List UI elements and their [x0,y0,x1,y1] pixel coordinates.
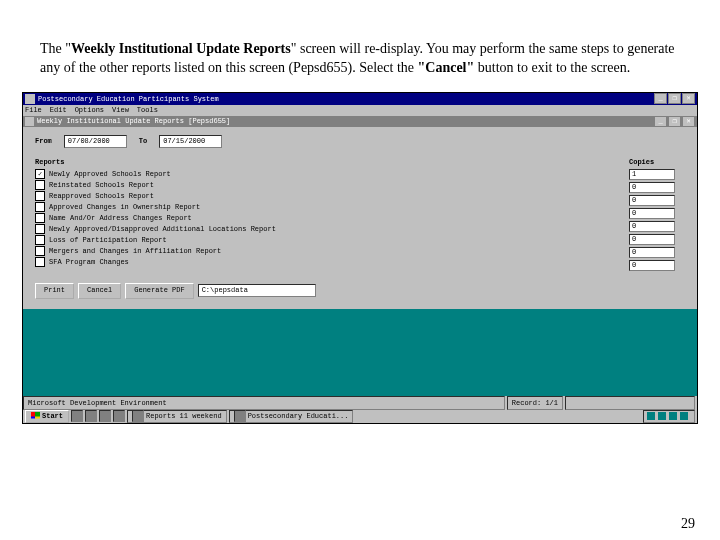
print-button[interactable]: Print [35,283,74,299]
report-row: Approved Changes in Ownership Report [35,202,621,213]
report-label: Newly Approved Schools Report [49,170,171,178]
mdi-child-window: Weekly Institutional Update Reports [Pep… [23,116,697,309]
copies-field[interactable]: 0 [629,260,675,271]
page-number: 29 [681,516,695,532]
taskbar-app-label: Postsecondary Educati... [248,411,349,422]
start-label: Start [42,412,63,420]
report-row: SFA Program Changes [35,257,621,268]
app-titlebar: Postsecondary Education Participants Sys… [23,93,697,105]
report-row: Reapproved Schools Report [35,191,621,202]
report-label: Approved Changes in Ownership Report [49,203,200,211]
from-date-field[interactable]: 07/08/2000 [64,135,127,148]
quicklaunch-icon[interactable] [99,410,111,422]
instruction-paragraph: The "Weekly Institutional Update Reports… [0,0,720,78]
report-label: Reapproved Schools Report [49,192,154,200]
app-task-icon [132,410,144,422]
app-icon [25,94,35,104]
taskbar-app[interactable]: Reports 11 weekend [127,410,227,423]
report-checkbox[interactable] [35,224,45,234]
windows-logo-icon [31,412,40,421]
menu-edit[interactable]: Edit [50,106,67,114]
status-empty [565,396,695,410]
embedded-screenshot: Postsecondary Education Participants Sys… [22,92,698,424]
report-row: Name And/Or Address Changes Report [35,213,621,224]
copies-field[interactable]: 0 [629,208,675,219]
tray-icon[interactable] [658,412,666,420]
to-date-field[interactable]: 07/15/2000 [159,135,222,148]
status-bar: Microsoft Development Environment Record… [23,396,697,410]
tray-icon[interactable] [647,412,655,420]
report-label: Mergers and Changes in Affiliation Repor… [49,247,221,255]
report-label: SFA Program Changes [49,258,129,266]
report-checkbox[interactable] [35,235,45,245]
report-checkbox[interactable] [35,169,45,179]
taskbar-app-label: Reports 11 weekend [146,411,222,422]
child-minimize-button[interactable]: _ [654,116,667,127]
status-record: Record: 1/1 [507,396,563,410]
menu-bar: File Edit Options View Tools [23,105,697,116]
reports-area: Reports Newly Approved Schools Report Re… [35,158,689,273]
copies-heading: Copies [629,158,689,166]
report-checkbox[interactable] [35,202,45,212]
report-checkbox[interactable] [35,180,45,190]
app-task-icon [234,410,246,422]
generate-pdf-button[interactable]: Generate PDF [125,283,193,299]
copies-column: Copies 1 0 0 0 0 0 0 0 [629,158,689,273]
status-hint: Microsoft Development Environment [23,396,505,410]
copies-field[interactable]: 0 [629,195,675,206]
copies-field[interactable]: 0 [629,247,675,258]
cancel-button[interactable]: Cancel [78,283,121,299]
menu-options[interactable]: Options [75,106,104,114]
child-maximize-button[interactable]: ❐ [668,116,681,127]
minimize-button[interactable]: _ [654,93,667,104]
report-label: Reinstated Schools Report [49,181,154,189]
app-title: Postsecondary Education Participants Sys… [38,95,654,103]
child-title: Weekly Institutional Update Reports [Pep… [37,117,654,125]
date-range-row: From 07/08/2000 To 07/15/2000 [35,135,689,148]
output-path-field[interactable]: C:\pepsdata [198,284,316,297]
system-tray [643,410,695,423]
report-label: Newly Approved/Disapproved Additional Lo… [49,225,276,233]
report-label: Loss of Participation Report [49,236,167,244]
report-row: Newly Approved/Disapproved Additional Lo… [35,224,621,235]
report-list: Reports Newly Approved Schools Report Re… [35,158,621,273]
start-button[interactable]: Start [25,410,69,423]
child-close-button[interactable]: ✕ [682,116,695,127]
report-row: Loss of Participation Report [35,235,621,246]
reports-heading: Reports [35,158,621,166]
report-checkbox[interactable] [35,213,45,223]
tray-icon[interactable] [680,412,688,420]
menu-file[interactable]: File [25,106,42,114]
copies-field[interactable]: 0 [629,221,675,232]
quicklaunch-icon[interactable] [113,410,125,422]
report-label: Name And/Or Address Changes Report [49,214,192,222]
windows-taskbar: Start Reports 11 weekend Postsecondary E… [23,410,697,423]
quicklaunch-icon[interactable] [71,410,83,422]
copies-field[interactable]: 0 [629,182,675,193]
report-row: Mergers and Changes in Affiliation Repor… [35,246,621,257]
menu-view[interactable]: View [112,106,129,114]
child-window-icon [25,117,34,126]
quicklaunch-icon[interactable] [85,410,97,422]
tray-icon[interactable] [669,412,677,420]
report-checkbox[interactable] [35,191,45,201]
button-row: Print Cancel Generate PDF C:\pepsdata [35,283,689,299]
form-area: From 07/08/2000 To 07/15/2000 Reports Ne… [23,127,697,309]
child-titlebar: Weekly Institutional Update Reports [Pep… [23,116,697,127]
report-row: Newly Approved Schools Report [35,169,621,180]
copies-field[interactable]: 0 [629,234,675,245]
menu-tools[interactable]: Tools [137,106,158,114]
taskbar-app[interactable]: Postsecondary Educati... [229,410,354,423]
maximize-button[interactable]: ❐ [668,93,681,104]
to-label: To [139,137,147,145]
close-button[interactable]: ✕ [682,93,695,104]
report-checkbox[interactable] [35,257,45,267]
report-row: Reinstated Schools Report [35,180,621,191]
from-label: From [35,137,52,145]
copies-field[interactable]: 1 [629,169,675,180]
report-checkbox[interactable] [35,246,45,256]
